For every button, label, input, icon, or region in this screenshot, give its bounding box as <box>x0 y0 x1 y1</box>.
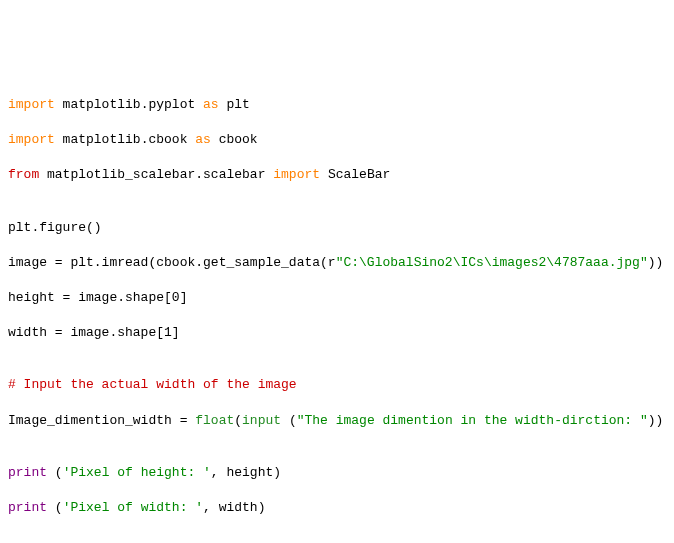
builtin-print: print <box>8 465 47 480</box>
string-literal: 'Pixel of height: ' <box>63 465 211 480</box>
code-text: ScaleBar <box>320 167 390 182</box>
code-text: matplotlib_scalebar.scalebar <box>39 167 273 182</box>
code-text: cbook <box>211 132 258 147</box>
keyword-import: import <box>273 167 320 182</box>
code-text: ( <box>47 465 63 480</box>
code-line: image = plt.imread(cbook.get_sample_data… <box>8 254 674 272</box>
code-text: image = plt.imread(cbook.get_sample_data… <box>8 255 336 270</box>
code-text: plt <box>219 97 250 112</box>
string-literal: "C:\GlobalSino2\ICs\images2\4787aaa.jpg" <box>336 255 648 270</box>
code-block: import matplotlib.pyplot as plt import m… <box>8 78 674 543</box>
code-text: ( <box>281 413 297 428</box>
builtin-print: print <box>8 500 47 515</box>
keyword-as: as <box>195 132 211 147</box>
comment: # Input the actual width of the image <box>8 376 674 394</box>
code-text: )) <box>648 255 664 270</box>
code-text: matplotlib.pyplot <box>55 97 203 112</box>
string-literal: "The image dimention in the width-dircti… <box>297 413 648 428</box>
keyword-from: from <box>8 167 39 182</box>
code-text: ( <box>47 500 63 515</box>
code-text: )) <box>648 413 664 428</box>
keyword-import: import <box>8 132 55 147</box>
code-text: Image_dimention_width = <box>8 413 195 428</box>
code-line: print ('Pixel of width: ', width) <box>8 499 674 517</box>
code-line: from matplotlib_scalebar.scalebar import… <box>8 166 674 184</box>
code-line: import matplotlib.pyplot as plt <box>8 96 674 114</box>
code-line: print ('Pixel of height: ', height) <box>8 464 674 482</box>
builtin-float: float <box>195 413 234 428</box>
code-line: height = image.shape[0] <box>8 289 674 307</box>
keyword-import: import <box>8 97 55 112</box>
builtin-input: input <box>242 413 281 428</box>
keyword-as: as <box>203 97 219 112</box>
code-text: , width) <box>203 500 265 515</box>
code-line: width = image.shape[1] <box>8 324 674 342</box>
code-line: import matplotlib.cbook as cbook <box>8 131 674 149</box>
code-text: ( <box>234 413 242 428</box>
code-line: Image_dimention_width = float(input ("Th… <box>8 412 674 430</box>
code-line: plt.figure() <box>8 219 674 237</box>
code-text: , height) <box>211 465 281 480</box>
string-literal: 'Pixel of width: ' <box>63 500 203 515</box>
code-text: matplotlib.cbook <box>55 132 195 147</box>
